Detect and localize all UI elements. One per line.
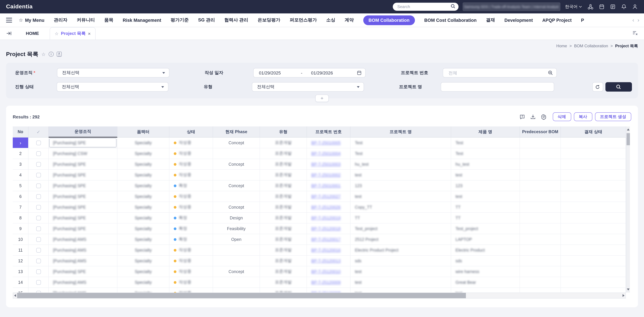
type-filter-select[interactable]: 전체선택 [252, 82, 364, 92]
header-No[interactable]: No [13, 126, 28, 138]
project-number-link[interactable]: BP-T-25120027 [311, 194, 340, 199]
close-all-tabs-icon[interactable] [632, 30, 638, 37]
cell-project-number[interactable]: BP-T-25010002 [307, 170, 350, 180]
row-checkbox[interactable] [36, 269, 41, 274]
project-name-input[interactable] [442, 84, 550, 90]
nav-item-계약[interactable]: 계약 [345, 17, 354, 23]
cell-project-number[interactable]: BP-T-25120026 [307, 202, 350, 213]
table-row[interactable]: ›[Purchasing] SPESpecialty작성중Concept표준개발… [13, 138, 630, 148]
row-checkbox[interactable] [36, 237, 41, 242]
cell-org[interactable]: [Purchasing] SPE [49, 180, 118, 191]
table-row[interactable]: 3[Purchasing] SPESpecialty작성중Concept표준개발… [13, 159, 630, 170]
nav-item-협력사-관리[interactable]: 협력사 관리 [224, 17, 248, 23]
header-프로젝트 명[interactable]: 프로젝트 명 [350, 126, 451, 138]
scroll-left-arrow-icon[interactable] [14, 294, 16, 297]
nav-item-커뮤니티[interactable]: 커뮤니티 [77, 17, 95, 23]
header-Predecessor BOM[interactable]: Predecessor BOM [520, 126, 561, 138]
info-icon[interactable]: i [49, 52, 54, 57]
project-number-link[interactable]: BP-T-25120017 [311, 237, 340, 242]
reset-button[interactable] [592, 82, 603, 92]
project-number-link[interactable]: BP-T-25010004 [311, 151, 340, 156]
hamburger-menu-icon[interactable] [6, 18, 12, 22]
cell-project-number[interactable]: BP-T-25120010 [307, 266, 350, 277]
row-checkbox[interactable] [36, 291, 41, 292]
date-to-value[interactable]: 01/29/2026 [311, 70, 333, 75]
cell-project-number[interactable]: BP-T-25010003 [307, 159, 350, 170]
vertical-scroll-thumb[interactable] [626, 133, 630, 145]
cell-org[interactable]: [Purchasing] SPE [49, 170, 118, 180]
progress-filter-select[interactable]: 전체선택 [57, 82, 168, 92]
project-number-link[interactable]: BP-T-25010005 [311, 140, 340, 145]
project-number-link[interactable]: BP-T-25120009 [311, 280, 340, 285]
user-info-badge[interactable]: Samsung SDS | Trade-off Analysis Team | … [462, 2, 560, 11]
cell-org[interactable]: [Purchasing] SPE [49, 191, 118, 202]
breadcrumb-home[interactable]: Home [556, 44, 567, 48]
project-number-link[interactable]: BP-T-25120018 [311, 226, 340, 231]
nav-item-bom-cost-collaboration[interactable]: BOM Cost Collaboration [424, 18, 477, 23]
horizontal-scroll-thumb[interactable] [17, 293, 466, 298]
project-number-link[interactable]: BP-T-25120016 [311, 248, 340, 252]
project-number-link[interactable]: BP-T-25010001 [311, 183, 340, 188]
gear-icon[interactable] [540, 114, 546, 120]
sidebar-expand-icon[interactable] [6, 31, 12, 36]
breadcrumb-bom-collaboration[interactable]: BOM Collaboration [574, 44, 608, 48]
nav-item-risk-management[interactable]: Risk Management [123, 18, 161, 23]
nav-item-소싱[interactable]: 소싱 [326, 17, 335, 23]
tab-close-icon[interactable]: × [88, 31, 90, 36]
header-제품 명[interactable]: 제품 명 [451, 126, 520, 138]
table-row[interactable]: 5[Purchasing] SPESpecialty확정Concept표준개발B… [13, 180, 630, 191]
copy-button[interactable]: 복사 [574, 112, 592, 121]
project-number-link[interactable]: BP-T-25120008 [311, 291, 340, 292]
scroll-down-arrow-icon[interactable] [627, 288, 630, 290]
language-selector[interactable]: 한국어 [565, 4, 582, 10]
nav-item-sg-관리[interactable]: SG 관리 [198, 17, 215, 23]
nav-item-my-menu[interactable]: ☆My Menu [19, 18, 44, 23]
row-checkbox[interactable] [36, 205, 41, 210]
org-chart-icon[interactable] [587, 4, 594, 10]
cell-project-number[interactable]: BP-T-25010005 [307, 138, 350, 148]
table-row[interactable]: 8[Purchasing] SPESpecialty확정Design표준개발BP… [13, 213, 630, 224]
nav-item-p[interactable]: P [581, 18, 584, 23]
table-row[interactable]: 15[Purchasing] AMSSpecialty작성중표준개발BP-T-2… [13, 288, 630, 292]
header-결재 상태[interactable]: 결재 상태 [561, 126, 626, 138]
calendar-icon[interactable] [599, 4, 605, 10]
header-유형[interactable]: 유형 [260, 126, 307, 138]
delete-button[interactable]: 삭제 [552, 112, 571, 121]
table-row[interactable]: 11[Purchasing] AMSSpecialty작성중표준개발BP-T-2… [13, 245, 630, 256]
cell-project-number[interactable]: BP-T-25120017 [307, 234, 350, 245]
cell-org[interactable]: [Purchasing] SPE [49, 224, 118, 234]
global-search-input[interactable] [397, 4, 450, 10]
row-checkbox[interactable] [36, 248, 41, 252]
org-filter-select[interactable]: 전체선택 [57, 68, 170, 78]
row-checkbox[interactable] [36, 280, 41, 285]
table-row[interactable]: 13[Purchasing] SPESpecialty작성중Concept표준개… [13, 266, 630, 277]
cell-project-number[interactable]: BP-T-25120019 [307, 213, 350, 224]
row-checkbox[interactable] [36, 183, 41, 188]
zoom-search-icon[interactable] [548, 70, 553, 76]
scroll-up-arrow-icon[interactable] [627, 128, 630, 130]
project-number-link[interactable]: BP-T-25010003 [311, 162, 340, 166]
row-checkbox[interactable] [36, 172, 41, 177]
row-checkbox[interactable] [36, 226, 41, 231]
favorite-star-icon[interactable]: ☆ [42, 52, 46, 57]
cell-org[interactable]: [Purchasing] SPE [49, 202, 118, 213]
manual-doc-icon[interactable]: A [57, 52, 62, 57]
cell-org[interactable]: [Purchasing] SPE [49, 159, 118, 170]
table-row[interactable]: 7[Purchasing] SPESpecialty작성중Concept표준개발… [13, 202, 630, 213]
table-row[interactable]: 2[Purchasing] CSWSpecialty작성중표준개발BP-T-25… [13, 148, 630, 159]
vertical-scrollbar[interactable] [626, 126, 630, 292]
cell-project-number[interactable]: BP-T-25120008 [307, 288, 350, 292]
cell-project-number[interactable]: BP-T-25120027 [307, 191, 350, 202]
project-no-input[interactable] [444, 70, 548, 75]
nav-item-품목[interactable]: 품목 [104, 17, 113, 23]
table-row[interactable]: 4[Purchasing] SPESpecialty작성중표준개발BP-T-25… [13, 170, 630, 180]
expand-filter-button[interactable]: + [315, 94, 329, 102]
nav-item-관리자[interactable]: 관리자 [54, 17, 68, 23]
project-no-field[interactable] [443, 68, 557, 78]
header-프로젝트 번호[interactable]: 프로젝트 번호 [307, 126, 350, 138]
table-row[interactable]: 6[Purchasing] SPESpecialty작성중표준개발BP-T-25… [13, 191, 630, 202]
project-number-link[interactable]: BP-T-25120010 [311, 269, 340, 274]
cell-org[interactable]: [Purchasing] CSW [49, 148, 118, 159]
memo-icon[interactable] [610, 4, 616, 10]
search-button[interactable] [605, 82, 632, 92]
